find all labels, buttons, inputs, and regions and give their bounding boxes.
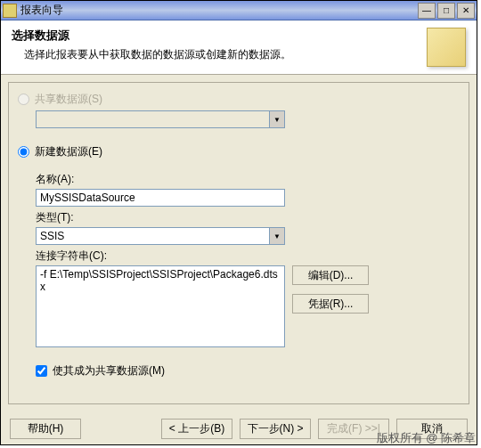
shared-datasource-combo: ▼ [36, 110, 285, 128]
conn-label: 连接字符串(C): [36, 248, 460, 264]
header-panel: 选择数据源 选择此报表要从中获取数据的数据源或创建新的数据源。 [1, 20, 477, 75]
new-datasource-row[interactable]: 新建数据源(E) [18, 144, 460, 159]
page-subtitle: 选择此报表要从中获取数据的数据源或创建新的数据源。 [12, 47, 416, 62]
make-shared-label: 使其成为共享数据源(M) [53, 363, 165, 379]
help-button[interactable]: 帮助(H) [10, 419, 81, 439]
page-title: 选择数据源 [12, 28, 416, 44]
make-shared-row[interactable]: 使其成为共享数据源(M) [18, 363, 460, 379]
type-label: 类型(T): [36, 210, 460, 225]
make-shared-checkbox[interactable] [36, 365, 47, 377]
chevron-down-icon[interactable]: ▼ [269, 228, 284, 244]
close-button[interactable]: ✕ [457, 3, 475, 19]
new-datasource-label: 新建数据源(E) [35, 144, 102, 159]
minimize-button[interactable]: — [418, 3, 436, 19]
wizard-buttons: 帮助(H) < 上一步(B) 下一步(N) > 完成(F) >>| 取消 [1, 411, 477, 444]
report-wizard-window: 报表向导 — □ ✕ 选择数据源 选择此报表要从中获取数据的数据源或创建新的数据… [0, 0, 477, 445]
type-combo[interactable]: SSIS ▼ [36, 227, 285, 245]
name-label: 名称(A): [36, 172, 460, 187]
wizard-icon [427, 28, 466, 67]
maximize-button[interactable]: □ [437, 3, 455, 19]
back-button[interactable]: < 上一步(B) [161, 419, 232, 439]
shared-datasource-radio [18, 94, 29, 105]
app-icon [3, 4, 17, 18]
connection-string-box[interactable]: -f E:\Temp\SSISProject\SSISProject\Packa… [36, 265, 285, 347]
titlebar: 报表向导 — □ ✕ [1, 1, 477, 20]
chevron-down-icon: ▼ [269, 111, 284, 127]
shared-datasource-label: 共享数据源(S) [35, 92, 102, 107]
next-button[interactable]: 下一步(N) > [240, 419, 311, 439]
shared-datasource-row: 共享数据源(S) [18, 92, 460, 107]
type-combo-value: SSIS [37, 228, 269, 244]
credentials-button[interactable]: 凭据(R)... [292, 294, 369, 314]
window-title: 报表向导 [20, 3, 418, 18]
name-input[interactable] [36, 189, 285, 207]
content-area: 共享数据源(S) ▼ 新建数据源(E) 名称(A): 类型(T): SSIS ▼… [8, 82, 469, 404]
finish-button: 完成(F) >>| [318, 419, 389, 439]
new-datasource-radio[interactable] [18, 146, 29, 158]
edit-button[interactable]: 编辑(D)... [292, 265, 369, 285]
cancel-button[interactable]: 取消 [396, 419, 468, 439]
